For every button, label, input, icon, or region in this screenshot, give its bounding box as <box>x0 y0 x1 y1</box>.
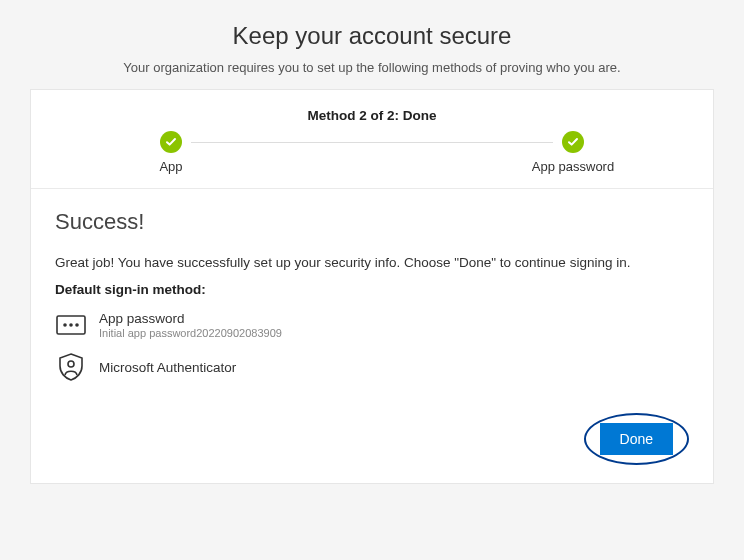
method-progress-text: Method 2 of 2: Done <box>31 90 713 131</box>
step-label: App <box>159 159 182 174</box>
step-app: App <box>111 131 231 174</box>
default-method-label: Default sign-in method: <box>55 282 689 297</box>
checkmark-icon <box>160 131 182 153</box>
svg-point-4 <box>68 361 74 367</box>
checkmark-icon <box>562 131 584 153</box>
svg-point-2 <box>69 323 73 327</box>
method-subtext: Initial app password20220902083909 <box>99 327 282 339</box>
content-area: Success! Great job! You have successfull… <box>31 189 713 483</box>
page-subtitle: Your organization requires you to set up… <box>0 60 744 75</box>
authenticator-icon <box>55 355 87 379</box>
success-message: Great job! You have successfully set up … <box>55 255 689 270</box>
method-name: App password <box>99 311 282 326</box>
stepper: App App password <box>31 131 713 188</box>
done-button[interactable]: Done <box>600 423 673 455</box>
svg-point-1 <box>63 323 67 327</box>
step-app-password: App password <box>513 131 633 174</box>
page-title: Keep your account secure <box>0 0 744 50</box>
method-row-app-password: App password Initial app password2022090… <box>55 311 689 339</box>
password-icon <box>55 313 87 337</box>
step-connector <box>191 142 553 143</box>
step-label: App password <box>532 159 614 174</box>
success-title: Success! <box>55 209 689 235</box>
svg-point-3 <box>75 323 79 327</box>
method-row-authenticator: Microsoft Authenticator <box>55 355 689 379</box>
setup-card: Method 2 of 2: Done App App password Suc… <box>30 89 714 484</box>
method-name: Microsoft Authenticator <box>99 360 236 375</box>
button-row: Done <box>55 395 689 465</box>
highlight-ring: Done <box>584 413 689 465</box>
